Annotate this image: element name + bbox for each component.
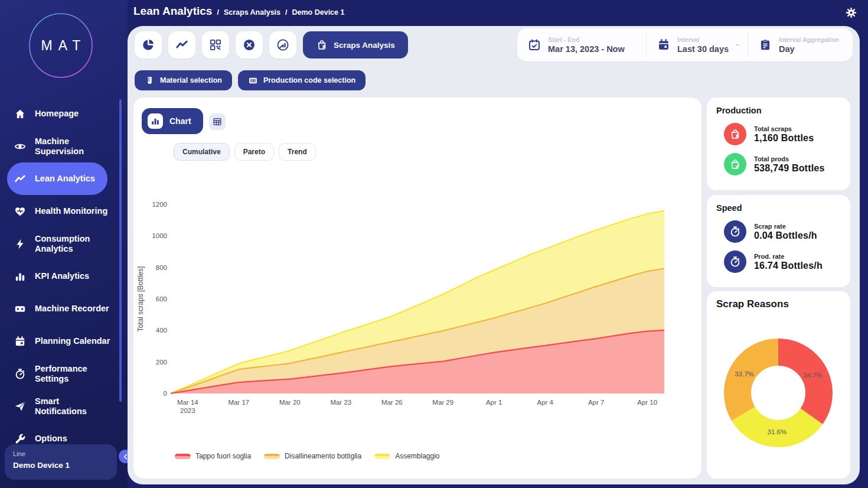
sidebar-item-planning-calendar[interactable]: Planning Calendar [0, 325, 120, 357]
bar-chart-icon [148, 113, 163, 129]
svg-text:600: 600 [156, 295, 167, 302]
device-selector-value: Demo Device 1 [13, 461, 117, 470]
button-label: Production code selection [263, 76, 355, 84]
date-range-label: Start - End [548, 36, 625, 43]
legend-item-disallineamento-bottiglia[interactable]: Disallineamento bottiglia [264, 452, 361, 460]
bag-check-icon [724, 153, 746, 175]
calendar-check-icon [528, 38, 541, 51]
sidebar-item-machine-supervision[interactable]: Machine Supervision [0, 130, 120, 162]
sidebar-item-consumption-analytics[interactable]: Consumption Analytics [0, 227, 120, 260]
time-filter-bar: Start - End Mar 13, 2023 - Now Interval … [517, 28, 853, 61]
stat-value: 0.04 Bottles/h [754, 230, 817, 241]
aggregation-select[interactable]: Interval Aggregation Day [748, 33, 853, 57]
app-logo: MAT [28, 12, 93, 79]
stat-label: Total scraps [754, 125, 814, 132]
sidebar-item-label: Homepage [35, 109, 79, 119]
sidebar-item-label: Machine Recorder [35, 304, 109, 314]
sidebar-nav: Homepage Machine Supervision Lean Analyt… [0, 97, 120, 455]
scraps-analysis-view-button[interactable]: Scraps Analysis [303, 31, 408, 58]
sidebar-item-lean-analytics[interactable]: Lean Analytics [7, 162, 107, 195]
sidebar-item-smart-notifications[interactable]: Smart Notifications [0, 390, 120, 422]
bag-x-icon [316, 39, 328, 51]
table-view-button[interactable] [209, 113, 226, 130]
button-label: Material selection [160, 76, 222, 84]
svg-text:33.7%: 33.7% [735, 370, 754, 378]
svg-text:Apr 1: Apr 1 [486, 399, 502, 406]
gauge-view-button[interactable] [269, 31, 296, 58]
tab-cumulative[interactable]: Cumulative [174, 143, 230, 161]
trend-icon [14, 173, 26, 185]
sidebar-item-label: KPI Analytics [35, 271, 89, 281]
date-range-picker[interactable]: Start - End Mar 13, 2023 - Now [517, 33, 646, 57]
stopwatch-icon [14, 368, 26, 380]
svg-text:Mar 26: Mar 26 [381, 399, 403, 406]
settings-button[interactable] [845, 6, 857, 19]
svg-text:34.7%: 34.7% [803, 372, 823, 379]
tab-pareto[interactable]: Pareto [234, 143, 274, 161]
svg-text:200: 200 [156, 359, 167, 366]
qr-code-view-button[interactable] [202, 31, 229, 58]
pie-chart-view-button[interactable] [135, 31, 162, 58]
pie-chart-icon [142, 38, 155, 51]
svg-text:Mar 17: Mar 17 [228, 399, 249, 406]
svg-text:0: 0 [164, 390, 167, 397]
chart-button-label: Chart [169, 116, 191, 126]
svg-text:Apr 10: Apr 10 [637, 399, 657, 406]
legend-label: Tappo fuori soglia [195, 452, 251, 460]
stat-scrap-rate: Scrap rate 0.04 Bottles/h [716, 220, 842, 243]
breadcrumb-separator: / [285, 8, 287, 17]
stopwatch-icon [724, 220, 746, 243]
chart-view-button[interactable]: Chart [142, 108, 203, 134]
legend-marker [175, 454, 191, 459]
trend-view-button[interactable] [168, 31, 195, 58]
x-circle-view-button[interactable] [236, 31, 263, 58]
svg-text:Apr 7: Apr 7 [588, 399, 605, 406]
logo-text: MAT [28, 12, 93, 79]
sidebar-item-machine-recorder[interactable]: Machine Recorder [0, 292, 120, 325]
sidebar-item-homepage[interactable]: Homepage [0, 97, 120, 130]
bar-chart-icon [14, 271, 26, 282]
sidebar-item-label: Performance Settings [35, 364, 112, 383]
sidebar-item-kpi-analytics[interactable]: KPI Analytics [0, 260, 120, 292]
sidebar-item-performance-settings[interactable]: Performance Settings [0, 357, 120, 390]
svg-text:800: 800 [156, 264, 167, 271]
calendar-icon [14, 336, 26, 347]
line-device-selector[interactable]: Line Demo Device 1 [5, 444, 117, 480]
legend-item-assemblaggio[interactable]: Assemblaggio [374, 452, 439, 460]
date-range-value: Mar 13, 2023 - Now [548, 44, 625, 54]
chart-legend: Tappo fuori soglia Disallineamento botti… [175, 452, 440, 460]
sidebar-item-label: Health Monitoring [35, 206, 107, 216]
active-view-label: Scraps Analysis [334, 41, 395, 50]
sidebar-item-health-monitoring[interactable]: Health Monitoring [0, 195, 120, 227]
material-selection-button[interactable]: Material selection [135, 70, 232, 90]
chevron-down-icon [736, 40, 739, 50]
stat-label: Prod. rate [754, 253, 823, 260]
sidebar-item-label: Planning Calendar [35, 336, 110, 346]
gauge-icon [276, 38, 289, 51]
table-icon [213, 116, 222, 127]
legend-item-tappo-fuori-soglia[interactable]: Tappo fuori soglia [175, 452, 251, 460]
stat-total-scraps: Total scraps 1,160 Bottles [716, 123, 842, 145]
production-code-selection-button[interactable]: Production code selection [238, 70, 366, 90]
recorder-icon [14, 303, 26, 315]
tab-trend[interactable]: Trend [279, 143, 316, 161]
legend-marker [264, 454, 280, 459]
sidebar-scrollbar[interactable] [119, 99, 122, 402]
sidebar: MAT Homepage Machine Supervision Lean An… [0, 0, 128, 488]
interval-label: Interval [677, 36, 729, 43]
stat-value: 16.74 Bottles/h [754, 261, 823, 271]
stat-prod-rate: Prod. rate 16.74 Bottles/h [716, 250, 842, 273]
breadcrumb-separator: / [217, 8, 218, 17]
interval-select[interactable]: Interval Last 30 days [646, 33, 748, 57]
trend-icon [175, 38, 188, 51]
bag-x-icon [724, 123, 746, 145]
device-selector-label: Line [13, 450, 117, 457]
speed-card-title: Speed [716, 203, 842, 213]
stat-label: Total prods [754, 155, 825, 162]
production-card: Production Total scraps 1,160 Bottles To… [707, 97, 850, 190]
svg-text:400: 400 [156, 327, 167, 334]
gear-icon [845, 6, 857, 19]
svg-text:Total scraps [Bottles]: Total scraps [Bottles] [136, 266, 145, 332]
scrap-reasons-donut: 34.7%31.6%33.7% [719, 334, 837, 452]
aggregation-label: Interval Aggregation [779, 36, 839, 43]
